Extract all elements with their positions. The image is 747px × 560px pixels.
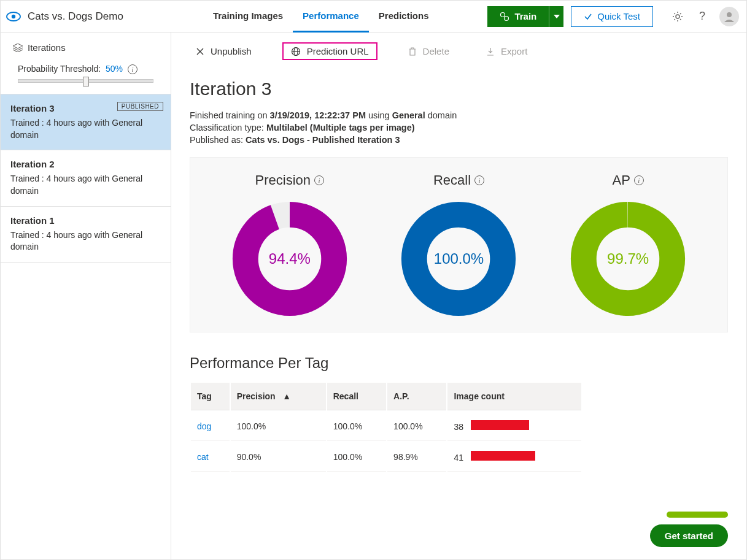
loading-shimmer (667, 512, 728, 518)
published-badge: PUBLISHED (117, 102, 163, 111)
iteration-subtitle: Trained : 4 hours ago with General domai… (10, 117, 161, 141)
metric-precision-title: Precision i (231, 172, 348, 188)
globe-icon (291, 47, 301, 56)
iteration-item-2[interactable]: Iteration 2 Trained : 4 hours ago with G… (1, 150, 171, 206)
iteration-title: Iteration 2 (10, 159, 161, 169)
metrics-panel: Precision i 94.4% Recall i (190, 157, 728, 332)
iteration-subtitle: Trained : 4 hours ago with General domai… (10, 229, 161, 253)
delete-action: Delete (402, 42, 455, 60)
threshold-slider[interactable] (18, 79, 153, 83)
finished-line: Finished training on 3/19/2019, 12:22:37… (190, 110, 728, 120)
ap-donut: 99.7% (570, 201, 686, 317)
perf-heading: Performance Per Tag (190, 355, 728, 372)
col-image-count[interactable]: Image count (447, 383, 581, 410)
info-icon[interactable]: i (474, 175, 484, 185)
close-icon (196, 47, 204, 56)
info-icon[interactable]: i (634, 175, 644, 185)
info-icon[interactable]: i (314, 175, 324, 185)
unpublish-label: Unpublish (211, 46, 252, 56)
iteration-subtitle: Trained : 4 hours ago with General domai… (10, 173, 161, 197)
published-line: Published as: Cats vs. Dogs - Published … (190, 135, 728, 145)
info-icon[interactable]: i (128, 64, 137, 74)
page-title: Iteration 3 (190, 79, 728, 99)
delete-label: Delete (423, 46, 449, 56)
svg-point-1 (12, 14, 15, 18)
precision-donut: 94.4% (231, 201, 348, 317)
unpublish-action[interactable]: Unpublish (190, 42, 258, 60)
col-recall[interactable]: Recall (327, 383, 386, 410)
classification-line: Classification type: Multilabel (Multipl… (190, 123, 728, 132)
get-started-button[interactable]: Get started (650, 524, 728, 547)
quick-test-label: Quick Test (597, 11, 640, 21)
col-tag[interactable]: Tag (191, 383, 230, 410)
trash-icon (408, 47, 417, 56)
svg-point-3 (505, 16, 509, 20)
threshold-label: Probability Threshold: 50% (18, 64, 123, 74)
layers-icon (13, 44, 23, 52)
iteration-item-1[interactable]: Iteration 1 Trained : 4 hours ago with G… (1, 207, 171, 263)
tab-predictions[interactable]: Predictions (369, 1, 439, 33)
caret-down-icon (554, 15, 560, 18)
tab-performance[interactable]: Performance (293, 1, 369, 33)
settings-icon[interactable] (672, 10, 684, 23)
train-dropdown-button[interactable] (549, 6, 563, 27)
prediction-url-action[interactable]: Prediction URL (282, 42, 377, 60)
iteration-title: Iteration 1 (10, 215, 161, 226)
quick-test-button[interactable]: Quick Test (571, 6, 653, 27)
product-logo-icon (6, 10, 21, 23)
svg-point-2 (501, 12, 505, 17)
svg-point-5 (727, 12, 732, 17)
check-icon (584, 12, 592, 21)
iteration-item-3[interactable]: Iteration 3 PUBLISHED Trained : 4 hours … (1, 94, 171, 150)
sidebar-heading: Iterations (1, 33, 171, 59)
export-label: Export (501, 46, 527, 56)
download-icon (486, 47, 495, 56)
recall-donut: 100.0% (400, 201, 517, 317)
metric-ap-title: AP i (570, 172, 686, 188)
user-avatar[interactable] (719, 7, 739, 26)
table-row: dog 100.0%100.0%100.0% 38 (191, 412, 581, 441)
perf-table: Tag Precision ▲ Recall A.P. Image count … (190, 382, 583, 473)
export-action: Export (480, 42, 533, 60)
col-precision[interactable]: Precision ▲ (231, 383, 326, 410)
gears-icon (500, 12, 509, 21)
train-button[interactable]: Train (487, 6, 549, 27)
svg-point-4 (676, 15, 679, 18)
help-icon[interactable]: ? (696, 10, 708, 23)
tag-link[interactable]: cat (197, 452, 209, 462)
tab-training-images[interactable]: Training Images (203, 1, 293, 33)
tag-link[interactable]: dog (197, 421, 211, 431)
train-button-label: Train (514, 11, 536, 21)
metric-recall-title: Recall i (400, 172, 517, 188)
project-name: Cats vs. Dogs Demo (28, 10, 123, 23)
prediction-url-label: Prediction URL (307, 46, 369, 56)
table-row: cat 90.0%100.0%98.9% 41 (191, 442, 581, 472)
col-ap[interactable]: A.P. (387, 383, 446, 410)
